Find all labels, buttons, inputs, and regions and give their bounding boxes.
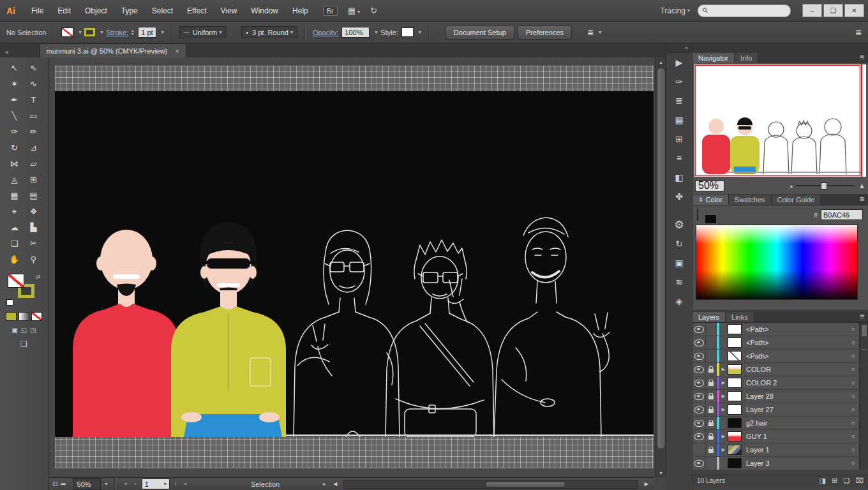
zoom-out-mountain-icon[interactable]: ▴ [790, 183, 793, 189]
draw-inside-icon[interactable]: ◳ [30, 327, 36, 334]
rectangle-tool[interactable]: ▭ [24, 108, 43, 124]
shape-builder-tool[interactable]: ◬ [5, 172, 24, 188]
artboard-number-field[interactable]: 1▾ [142, 479, 170, 489]
make-clipping-mask-icon[interactable]: ◨ [819, 477, 826, 485]
navigator-zoom-slider[interactable] [797, 185, 855, 186]
layer-thumbnail[interactable] [728, 378, 742, 388]
panel-menu-icon[interactable]: ≣ [860, 195, 865, 202]
gradient-button[interactable] [19, 312, 29, 321]
artwork-canvas[interactable] [55, 91, 654, 437]
lasso-tool[interactable]: ∿ [24, 76, 43, 92]
visibility-toggle[interactable] [692, 390, 706, 403]
vertical-scrollbar[interactable]: ▲ ▼ [655, 57, 666, 477]
chevron-down-icon[interactable]: ▾ [419, 29, 421, 35]
layer-row[interactable]: <Path> ○ [692, 350, 868, 363]
document-setup-button[interactable]: Document Setup [445, 26, 514, 40]
fill-indicator-none[interactable] [8, 274, 24, 288]
layer-thumbnail[interactable] [728, 338, 742, 348]
lock-toggle[interactable] [706, 323, 717, 336]
scale-tool[interactable]: ⊿ [24, 140, 43, 156]
artboard[interactable] [55, 66, 654, 468]
search-box[interactable]: ⚲ [698, 4, 791, 17]
menu-edit[interactable]: Edit [50, 6, 78, 15]
menu-window[interactable]: Window [244, 6, 285, 15]
horizontal-scrollbar[interactable] [343, 480, 638, 489]
expand-triangle-icon[interactable]: ▶ [719, 380, 728, 385]
next-artboard-icon[interactable]: › [172, 481, 179, 487]
status-mode-text[interactable]: Selection [251, 480, 280, 488]
line-segment-tool[interactable]: ╲ [5, 108, 24, 124]
align-icon[interactable]: ≡ [666, 149, 692, 168]
last-artboard-icon[interactable]: » [181, 481, 189, 487]
fill-color-swatch[interactable] [61, 27, 73, 37]
swatches-icon[interactable]: ▦ [666, 110, 692, 130]
pathfinder-icon[interactable]: ◧ [666, 168, 692, 187]
brushes-icon[interactable]: ✑ [666, 72, 692, 91]
target-circle-icon[interactable]: ○ [848, 326, 859, 332]
layer-row[interactable]: ▶ COLOR ○ [692, 363, 868, 376]
lock-toggle[interactable] [706, 443, 717, 456]
minimize-button[interactable]: – [802, 4, 822, 17]
panel-menu-icon[interactable]: ≣ [860, 54, 865, 61]
none-button[interactable] [31, 312, 42, 321]
target-circle-icon[interactable]: ○ [848, 406, 859, 413]
gradient-tool[interactable]: ▤ [24, 188, 43, 204]
hex-value-input[interactable] [821, 209, 863, 220]
swap-fill-stroke-icon[interactable]: ⇄ [36, 274, 41, 280]
new-sublayer-icon[interactable]: ⊞ [832, 477, 837, 485]
opacity-link[interactable]: Opacity: [313, 29, 338, 36]
menu-help[interactable]: Help [285, 6, 315, 15]
go-to-bridge-button[interactable]: Br [323, 6, 338, 16]
layer-row[interactable]: <Path> ○ [692, 323, 868, 336]
new-layer-icon[interactable]: ❏ [843, 477, 849, 485]
visibility-toggle[interactable] [692, 376, 706, 389]
scroll-right-icon[interactable]: ▶ [642, 481, 651, 487]
layer-thumbnail[interactable] [728, 458, 742, 468]
fill-proxy-swatch[interactable] [697, 209, 698, 221]
column-graph-tool[interactable]: ▙ [24, 219, 43, 235]
horizontal-scroll-thumb[interactable] [485, 481, 565, 487]
lock-toggle[interactable] [706, 403, 717, 416]
navigator-zoom-thumb[interactable] [821, 182, 827, 189]
target-circle-icon[interactable]: ○ [848, 366, 859, 373]
chevron-down-icon[interactable]: ▾ [599, 29, 601, 35]
layer-row[interactable]: ▶ Layer 28 ○ [692, 390, 868, 403]
pencil-tool[interactable]: ✏ [24, 124, 43, 140]
publish-icon[interactable]: ➦ [60, 480, 66, 488]
stroke-icon[interactable]: ≣ [666, 91, 692, 110]
type-tool[interactable]: T [24, 92, 43, 108]
eyedropper-tool[interactable]: ⌖ [5, 204, 24, 219]
visibility-toggle[interactable] [692, 323, 706, 336]
transform-icon[interactable]: ⊞ [666, 130, 692, 149]
chevron-down-icon[interactable]: ▾ [105, 481, 108, 487]
brush-definition-dropdown[interactable]: •3 pt. Round▾ [241, 26, 297, 38]
menu-file[interactable]: File [24, 6, 50, 15]
workspace-switcher[interactable]: Tracing▾ [660, 6, 690, 15]
menu-view[interactable]: View [214, 6, 244, 15]
scroll-left-icon[interactable]: ◀ [331, 481, 340, 487]
scroll-down-icon[interactable]: ▼ [655, 468, 666, 477]
layer-thumbnail[interactable] [728, 418, 742, 428]
lock-toggle[interactable] [706, 376, 717, 389]
target-circle-icon[interactable]: ○ [848, 339, 859, 346]
selection-tool[interactable]: ↖ [5, 60, 24, 76]
zoom-in-mountain-icon[interactable]: ▲ [858, 182, 865, 189]
width-tool[interactable]: ⋈ [5, 156, 24, 172]
perspective-grid-tool[interactable]: ⊞ [24, 172, 43, 188]
layer-row[interactable]: Layer 3 ○ [692, 457, 868, 470]
lock-toggle[interactable] [706, 336, 717, 349]
opacity-field[interactable]: 100% [341, 27, 370, 38]
scroll-up-icon[interactable]: ▲ [655, 57, 666, 66]
lock-toggle[interactable] [706, 390, 717, 403]
style-swatch[interactable] [401, 27, 414, 37]
expand-triangle-icon[interactable]: ▶ [719, 394, 728, 399]
width-profile-dropdown[interactable]: ⎯⎯Uniform▾ [179, 26, 227, 38]
visibility-toggle[interactable] [692, 350, 706, 362]
tab-info[interactable]: Info [735, 53, 758, 63]
navigator-alt-icon[interactable]: ◈ [666, 292, 692, 311]
close-button[interactable]: ✕ [844, 4, 864, 17]
lock-toggle[interactable] [706, 417, 717, 429]
stroke-weight-field[interactable]: 1 pt [138, 27, 156, 38]
visibility-toggle[interactable] [692, 443, 706, 456]
stroke-proxy-swatch[interactable] [705, 214, 717, 224]
